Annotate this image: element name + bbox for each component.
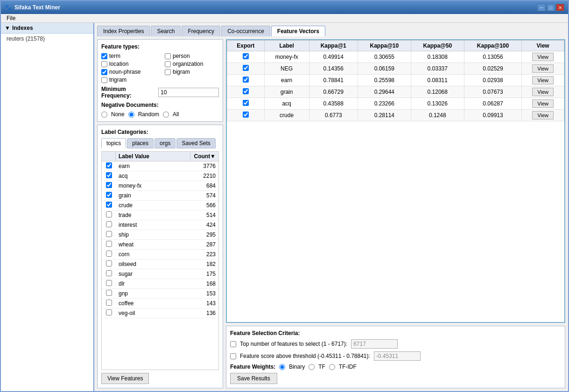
two-col-layout: Feature types: term person xyxy=(97,39,565,388)
export-cell-0 xyxy=(227,51,265,63)
score-threshold-input[interactable] xyxy=(374,351,421,361)
view-button-4[interactable]: View xyxy=(532,99,554,108)
label-value-5: trade xyxy=(116,211,190,219)
kappa10-cell-5: 0.28114 xyxy=(358,110,411,121)
tab-co-occurrence[interactable]: Co-occurrence xyxy=(221,26,270,36)
random-radio[interactable] xyxy=(128,112,134,118)
view-button-3[interactable]: View xyxy=(532,88,554,96)
left-column: Feature types: term person xyxy=(97,39,223,388)
subtab-orgs[interactable]: orgs xyxy=(155,138,176,148)
kappa50-cell-0: 0.18308 xyxy=(411,51,464,63)
label-checkbox-1[interactable] xyxy=(106,172,112,178)
label-row: acq 2210 xyxy=(102,171,218,181)
organization-checkbox[interactable] xyxy=(165,61,171,67)
table-row: NEG 0.14356 0.06159 0.03337 0.02529 View xyxy=(227,63,564,75)
top-number-checkbox[interactable] xyxy=(230,341,236,347)
binary-radio[interactable] xyxy=(279,364,285,370)
term-checkbox[interactable] xyxy=(101,53,107,59)
location-checkbox[interactable] xyxy=(101,61,107,67)
results-table-section: Export Label Kappa@1 Kappa@10 Kappa@50 K… xyxy=(226,39,565,323)
kappa100-cell-0: 0.13056 xyxy=(464,51,522,63)
export-checkbox-4[interactable] xyxy=(243,100,249,106)
view-cell-4: View xyxy=(522,98,564,110)
label-checkbox-10[interactable] xyxy=(106,260,112,266)
label-checkbox-0[interactable] xyxy=(106,162,112,168)
view-cell-3: View xyxy=(522,86,564,98)
label-checkbox-15[interactable] xyxy=(106,309,112,315)
tfidf-radio[interactable] xyxy=(329,364,335,370)
kappa100-cell-2: 0.02938 xyxy=(464,75,522,86)
view-cell-1: View xyxy=(522,63,564,75)
label-value-10: oilseed xyxy=(116,260,190,268)
score-threshold-checkbox[interactable] xyxy=(230,353,236,359)
close-button[interactable]: ✕ xyxy=(556,4,564,11)
tab-index-properties[interactable]: Index Properties xyxy=(97,26,150,36)
view-button-1[interactable]: View xyxy=(532,64,554,73)
subtab-saved-sets[interactable]: Saved Sets xyxy=(176,138,215,148)
label-value-1: acq xyxy=(116,172,190,180)
label-checkbox-6[interactable] xyxy=(106,221,112,227)
label-value-9: corn xyxy=(116,250,190,259)
minimize-button[interactable]: ─ xyxy=(537,4,546,11)
subtab-topics[interactable]: topics xyxy=(101,138,126,148)
view-cell-2: View xyxy=(522,75,564,86)
tab-feature-vectors[interactable]: Feature Vectors xyxy=(271,26,325,36)
person-checkbox[interactable] xyxy=(165,53,171,59)
label-checkbox-12[interactable] xyxy=(106,280,112,286)
label-checkbox-3[interactable] xyxy=(106,192,112,198)
label-value-15: veg-oil xyxy=(116,309,190,317)
min-frequency-input[interactable] xyxy=(158,88,219,97)
label-count-15: 136 xyxy=(190,309,218,317)
label-checkbox-9[interactable] xyxy=(106,251,112,257)
tf-radio[interactable] xyxy=(309,364,315,370)
export-checkbox-1[interactable] xyxy=(243,65,249,71)
none-radio[interactable] xyxy=(101,112,107,118)
feature-selection-section: Feature Selection Criteria: Top number o… xyxy=(226,326,565,388)
trigram-checkbox[interactable] xyxy=(101,77,107,83)
tab-frequency[interactable]: Frequency xyxy=(182,26,220,36)
label-checkbox-14[interactable] xyxy=(106,300,112,306)
save-results-button[interactable]: Save Results xyxy=(230,373,277,384)
all-radio[interactable] xyxy=(163,112,169,118)
top-number-input[interactable] xyxy=(351,339,398,349)
col-kappa10: Kappa@10 xyxy=(358,41,411,51)
col-kappa100: Kappa@100 xyxy=(464,41,522,51)
sidebar-item-reuters[interactable]: reuters (21578) xyxy=(1,34,93,44)
view-button-0[interactable]: View xyxy=(532,53,554,61)
export-checkbox-2[interactable] xyxy=(243,77,249,83)
label-checkbox-8[interactable] xyxy=(106,241,112,247)
feature-types-title: Feature types: xyxy=(101,43,219,50)
title-bar-left: 🐾 Sifaka Text Miner xyxy=(5,4,60,11)
kappa50-cell-5: 0.1248 xyxy=(411,110,464,121)
bigram-checkbox[interactable] xyxy=(165,69,171,75)
sidebar-item-label: reuters (21578) xyxy=(7,35,45,42)
subtab-places[interactable]: places xyxy=(127,138,154,148)
label-row: wheat 287 xyxy=(102,240,218,250)
view-button-5[interactable]: View xyxy=(532,111,554,119)
label-checkbox-11[interactable] xyxy=(106,270,112,276)
export-checkbox-3[interactable] xyxy=(243,88,249,94)
label-row: dlr 168 xyxy=(102,279,218,289)
checkbox-trigram: trigram xyxy=(101,77,155,83)
label-checkbox-2[interactable] xyxy=(106,182,112,188)
label-count-11: 175 xyxy=(190,270,218,278)
label-categories-title: Label Categories: xyxy=(101,129,219,135)
label-row: crude 566 xyxy=(102,201,218,210)
header-label-col: Label Value xyxy=(116,152,190,161)
table-row: crude 0.6773 0.28114 0.1248 0.09913 View xyxy=(227,110,564,121)
label-checkbox-4[interactable] xyxy=(106,202,112,208)
view-features-button[interactable]: View Features xyxy=(101,373,149,384)
kappa50-cell-1: 0.03337 xyxy=(411,63,464,75)
export-checkbox-5[interactable] xyxy=(243,112,249,118)
tab-search[interactable]: Search xyxy=(151,26,181,36)
label-checkbox-13[interactable] xyxy=(106,290,112,296)
view-button-2[interactable]: View xyxy=(532,76,554,84)
label-checkbox-7[interactable] xyxy=(106,231,112,237)
noun-phrase-checkbox[interactable] xyxy=(101,69,107,75)
label-row: earn 3776 xyxy=(102,161,218,171)
sidebar-header: ▼ Indexes xyxy=(1,23,93,34)
maximize-button[interactable]: □ xyxy=(547,4,555,11)
label-checkbox-5[interactable] xyxy=(106,211,112,217)
export-checkbox-0[interactable] xyxy=(243,53,249,59)
file-menu[interactable]: File xyxy=(3,14,19,22)
